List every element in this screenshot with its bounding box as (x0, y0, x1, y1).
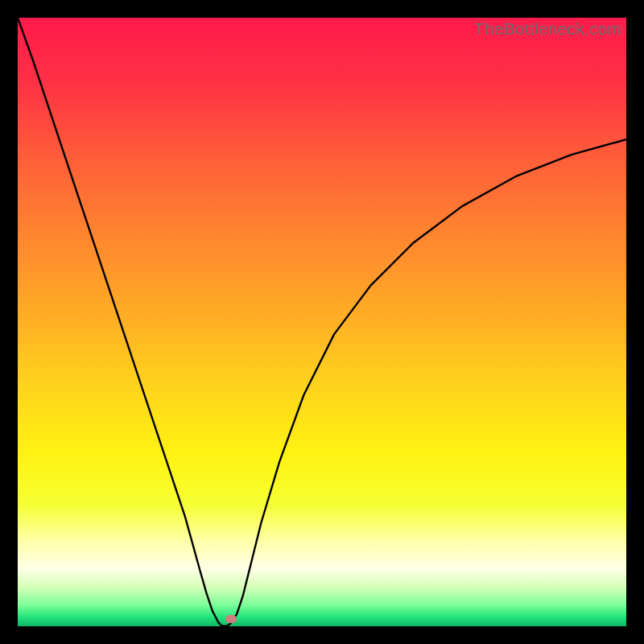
gradient-background (18, 18, 626, 626)
bottleneck-plot (18, 18, 626, 626)
optimum-marker (225, 615, 237, 623)
chart-frame: TheBottleneck.com (18, 18, 626, 626)
watermark-text: TheBottleneck.com (474, 19, 621, 39)
